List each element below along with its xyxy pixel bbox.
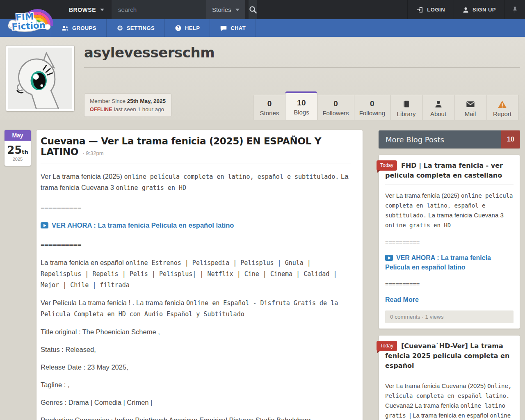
person-icon [463, 7, 469, 13]
separator-text: ========== [385, 238, 514, 247]
post-paragraph: Tagline : , [41, 379, 351, 390]
pin-button[interactable] [504, 0, 525, 19]
page: FIM Fiction BROWSE Stories [0, 0, 525, 120]
tab-about[interactable]: About [422, 95, 454, 120]
mail-icon [466, 100, 475, 108]
tab-report[interactable]: Report [486, 95, 518, 120]
separator-text: ========== [41, 202, 351, 213]
fimfiction-logo[interactable]: FIM Fiction [6, 2, 55, 34]
post-divider [385, 375, 514, 375]
post-date-day: 25 [7, 144, 22, 156]
post-date-suffix: th [22, 149, 28, 155]
play-icon [41, 222, 48, 228]
tab-blogs[interactable]: 10 Blogs [285, 91, 317, 120]
nav-chat[interactable]: CHAT [210, 19, 256, 37]
post-paragraph: Ver La trama fenicia (2025) online pelíc… [41, 171, 351, 193]
today-badge: Today [377, 160, 397, 171]
post-paragraph: Title original : The Phoenician Scheme , [41, 326, 351, 337]
tab-stories[interactable]: 0 Stories [253, 95, 285, 120]
login-label: LOGIN [427, 7, 445, 13]
avatar[interactable] [6, 45, 75, 112]
fimfiction-logo-art: FIM Fiction [6, 2, 55, 34]
post-paragraph: Genres : Drama | Comedia | Crimen | [41, 397, 351, 408]
today-badge: Today [377, 341, 397, 351]
main-nav: GROUPS SETTINGS ? HELP CHAT [0, 19, 525, 37]
sidebar-post: Today[Cuevana`HD-Ver] La trama fenicia 2… [379, 335, 520, 420]
signup-label: SIGN UP [472, 7, 496, 13]
tab-mail[interactable]: Mail [454, 95, 486, 120]
post-date-year: 2025 [5, 157, 31, 166]
book-icon [402, 100, 411, 108]
blog-count-badge[interactable]: 10 [501, 130, 520, 148]
groups-icon [61, 25, 69, 32]
last-seen: last seen 1 hour ago [114, 106, 164, 112]
watch-now-link[interactable]: VER AHORA : La trama fenicia Pelicula en… [385, 254, 491, 271]
sidebar: More Blog Posts 10 TodayFHD | La trama f… [379, 130, 520, 420]
post-paragraph: Release Date : 23 May 2025, [41, 362, 351, 372]
pin-icon [512, 6, 518, 14]
nav-chat-label: CHAT [231, 25, 246, 31]
separator-text: ========== [41, 240, 351, 250]
help-icon: ? [175, 25, 182, 32]
post-paragraph: Production Companies : Indian Paintbrush… [41, 415, 351, 420]
separator-text: ========== [385, 280, 514, 289]
member-since-date: 25th May, 2025 [127, 98, 166, 104]
more-blog-posts-header: More Blog Posts 10 [379, 130, 520, 148]
signup-button[interactable]: SIGN UP [454, 0, 504, 19]
search-category-dropdown[interactable]: Stories [206, 0, 245, 19]
nav-help-label: HELP [185, 25, 200, 31]
sidebar-post-body: Ver La trama fenicia (2025) online pelíc… [385, 191, 514, 304]
person-icon [434, 100, 443, 108]
read-more-link[interactable]: Read More [385, 296, 419, 303]
sidebar-post: TodayFHD | La trama fenicia - ver pelicu… [379, 155, 520, 329]
chat-icon [220, 25, 227, 32]
page-title: asylevesserschm [84, 44, 520, 61]
tab-followers[interactable]: 0 Followers [317, 95, 354, 120]
profile-header: asylevesserschm [84, 44, 520, 68]
nav-help[interactable]: ? HELP [165, 19, 210, 37]
post-paragraph: La trama fenicia en español online Estre… [41, 257, 351, 290]
post-divider [41, 164, 351, 164]
header-divider [84, 67, 520, 68]
chevron-down-icon [235, 9, 240, 11]
more-blog-posts-title: More Blog Posts [379, 130, 501, 148]
blog-post-header: Cuevana — Ver La trama fenicia (2025) EN… [41, 136, 351, 157]
login-button[interactable]: LOGIN [407, 0, 454, 19]
post-divider [385, 185, 514, 185]
chevron-down-icon [100, 9, 104, 11]
pony-avatar-art [8, 48, 72, 109]
post-date-badge: May 25th 2025 [4, 130, 31, 166]
post-paragraph: Ver Película La trama fenicia ! . La tra… [41, 297, 351, 320]
post-meta: 0 comments · 1 views [385, 310, 514, 323]
blog-post-body: Ver La trama fenicia (2025) online pelíc… [41, 171, 351, 420]
sidebar-post-title[interactable]: Today[Cuevana`HD-Ver] La trama fenicia 2… [385, 341, 514, 371]
browse-menu[interactable]: BROWSE [62, 0, 112, 19]
warning-icon [498, 100, 507, 109]
nav-settings-label: SETTINGS [127, 25, 155, 31]
status-badge: OFFLINE [90, 107, 112, 112]
gear-icon [116, 25, 123, 32]
nav-groups[interactable]: GROUPS [51, 19, 107, 37]
post-paragraph: Ver La trama fenicia Cuevana (2025) Onli… [385, 381, 514, 420]
search-input[interactable] [112, 0, 206, 19]
post-date-month: May [5, 130, 31, 141]
topbar-spacer [245, 0, 407, 19]
sidebar-post-title[interactable]: TodayFHD | La trama fenicia - ver pelicu… [385, 160, 514, 180]
post-paragraph: Ver La trama fenicia (2025) online pelíc… [385, 191, 514, 230]
nav-groups-label: GROUPS [72, 25, 96, 31]
blog-post-time: · 9:32pm [82, 150, 103, 156]
blog-post-card: Cuevana — Ver La trama fenicia (2025) EN… [36, 130, 363, 420]
play-icon [385, 255, 393, 261]
profile-tabs: 0 Stories 10 Blogs 0 Followers 0 Followi… [253, 91, 518, 120]
search-category-label: Stories [212, 6, 231, 13]
profile-banner: asylevesserschm Member Since 25th May, 2… [0, 37, 525, 120]
svg-text:?: ? [177, 26, 179, 30]
member-since-label: Member Since [90, 98, 126, 104]
watch-now-link[interactable]: VER AHORA : La trama fenicia Pelicula en… [41, 221, 234, 229]
tab-library[interactable]: Library [390, 95, 422, 120]
search-panel: Stories [112, 0, 245, 19]
member-info: Member Since 25th May, 2025 OFFLINE last… [84, 94, 171, 117]
tab-following[interactable]: 0 Following [354, 95, 390, 120]
nav-settings[interactable]: SETTINGS [107, 19, 165, 37]
logo-text-fiction: Fiction [11, 20, 46, 32]
